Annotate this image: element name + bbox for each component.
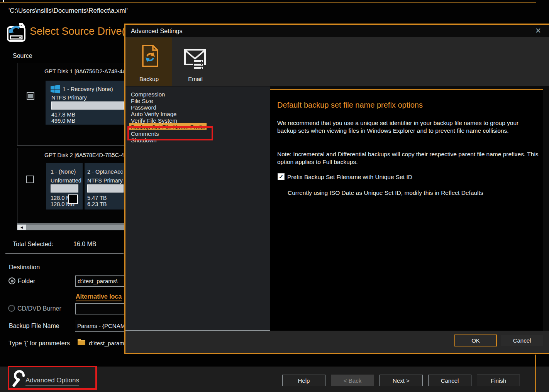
backup-document-icon xyxy=(141,45,159,67)
cd-dvd-burner-radio[interactable] xyxy=(8,305,15,312)
partition-filesystem: NTFS Primary xyxy=(51,95,87,101)
total-selected-value: 16.0 MB xyxy=(73,241,97,248)
partition-usage-bar xyxy=(87,184,124,193)
source-section-label: Source xyxy=(13,52,32,59)
cancel-button[interactable]: Cancel xyxy=(428,375,471,386)
panel-intro-text: We recommend that you use a unique set i… xyxy=(277,119,534,134)
prefix-set-id-checkbox[interactable]: ✓ xyxy=(278,173,285,180)
total-selected-label: Total Selected: xyxy=(13,241,53,248)
cd-dvd-burner-label: CD/DVD Burner xyxy=(17,305,61,312)
disk2-partition2-card[interactable]: 2 - OptaneAcc NTFS Primary 5.47 TB 6.23 … xyxy=(85,163,124,210)
window-right-border xyxy=(535,355,536,392)
window-top-border xyxy=(0,2,536,3)
disk2-header: GPT Disk 2 [6A578E4D-7B5C-4C xyxy=(44,152,128,158)
panel-heading: Default backup set file name prefix opti… xyxy=(277,101,423,110)
alternative-locations-link[interactable]: Alternative loca xyxy=(76,293,122,301)
menu-item-password[interactable]: Password xyxy=(129,103,158,110)
menu-item-file-size[interactable]: File Size xyxy=(129,97,155,103)
disk1-partition-card[interactable]: 1 - Recovery (None) NTFS Primary 417.8 M… xyxy=(46,81,124,125)
close-icon[interactable]: ✕ xyxy=(533,25,543,35)
panel-subnote-text: Currently using ISO Date as Unique Set I… xyxy=(288,189,483,196)
source-horizontal-scrollbar[interactable]: ◀ xyxy=(17,224,124,230)
ok-button[interactable]: OK xyxy=(454,335,497,346)
config-file-path: 'C:\Users\nsills\Documents\Reflect\a.xml… xyxy=(8,7,128,15)
disk1-checkbox[interactable] xyxy=(27,92,34,100)
back-button: < Back xyxy=(331,375,374,386)
partition-name: 2 - OptaneAcc xyxy=(87,169,123,175)
partition-name: 1 - Recovery (None) xyxy=(63,86,113,92)
wrench-icon xyxy=(11,369,25,387)
select-source-drive-icon xyxy=(6,22,28,42)
folder-radio[interactable] xyxy=(8,277,15,284)
panel-note-text: Note: Incremental and Differential backu… xyxy=(277,150,543,166)
next-button[interactable]: Next > xyxy=(380,375,423,386)
partition-name: 1 - (None) xyxy=(51,169,76,175)
disk1-header: GPT Disk 1 [8A6756D2-A748-44 xyxy=(44,68,125,74)
partition-filesystem: NTFS Primary xyxy=(87,177,123,184)
resolved-destination-path: d:\test_param xyxy=(89,340,124,346)
disk1-checkbox-partial-fill xyxy=(28,94,33,98)
partition-filesystem: Unformatted xyxy=(51,177,81,184)
dialog-cancel-button[interactable]: Cancel xyxy=(501,335,543,346)
section-divider xyxy=(5,253,124,254)
menu-item-auto-verify-image[interactable]: Auto Verify Image xyxy=(129,110,178,117)
advanced-settings-dialog: Advanced Settings ✕ Backup E xyxy=(124,24,549,354)
partition-used: 5.47 TB xyxy=(87,195,107,201)
dialog-title: Advanced Settings xyxy=(131,28,182,35)
destination-section-label: Destination xyxy=(9,264,40,271)
render-artifact-square xyxy=(68,194,78,204)
menu-item-compression[interactable]: Compression xyxy=(129,90,166,97)
partition-used: 417.8 MB xyxy=(51,112,75,118)
partition-size: 499.0 MB xyxy=(51,118,75,124)
folder-icon xyxy=(77,338,86,346)
windows-logo-icon xyxy=(51,85,60,93)
tab-email-label: Email xyxy=(172,76,219,82)
partition-usage-bar xyxy=(51,184,78,193)
app-root: 'C:\Users\nsills\Documents\Reflect\a.xml… xyxy=(0,0,549,392)
partition-size: 6.23 TB xyxy=(87,201,107,207)
folder-radio-label: Folder xyxy=(18,278,35,285)
tab-backup-label: Backup xyxy=(126,76,172,82)
backup-file-name-label: Backup File Name xyxy=(9,323,59,329)
help-button[interactable]: Help xyxy=(282,375,325,386)
partition-usage-bar xyxy=(51,101,124,110)
email-envelope-icon xyxy=(184,49,206,69)
dialog-content-panel: Default backup set file name prefix opti… xyxy=(270,89,543,331)
finish-button[interactable]: Finish xyxy=(477,375,520,386)
scroll-left-button[interactable]: ◀ xyxy=(17,225,26,230)
menu-item-verify-file-system[interactable]: Verify File System xyxy=(129,117,179,123)
annotation-box-menu-item xyxy=(127,126,213,140)
prefix-set-id-checkbox-label: Prefix Backup Set Filename with Unique S… xyxy=(287,174,412,181)
disk2-checkbox[interactable] xyxy=(26,176,34,183)
advanced-options-link[interactable]: Advanced Options xyxy=(25,377,79,385)
parameters-hint-label: Type '{' for parameters xyxy=(8,340,70,347)
